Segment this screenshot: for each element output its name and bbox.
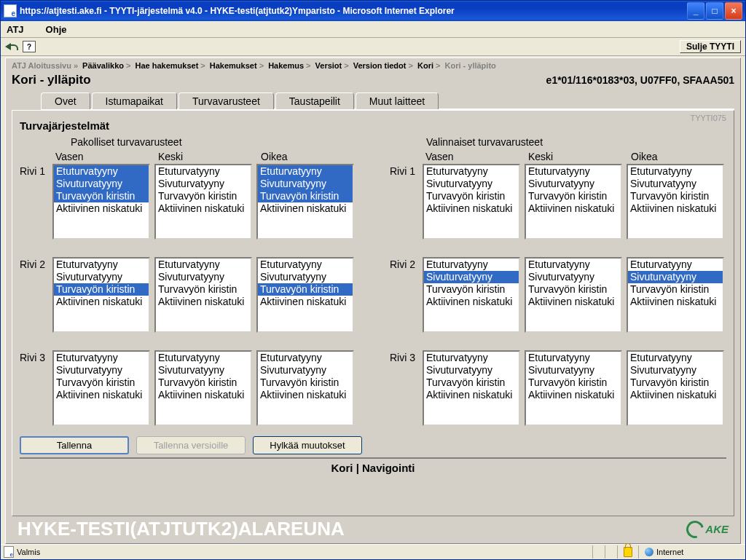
listbox-r2-vasen-mandatory[interactable]: Etuturvatyyny Sivuturvatyyny Turvavyön k…: [52, 257, 150, 333]
listbox-r2-oikea-optional[interactable]: Etuturvatyyny Sivuturvatyyny Turvavyön k…: [627, 257, 724, 333]
list-item[interactable]: Sivuturvatyyny: [628, 364, 723, 376]
list-item[interactable]: Sivuturvatyyny: [54, 364, 149, 376]
close-tyyti-button[interactable]: Sulje TYYTI: [680, 40, 741, 53]
list-item[interactable]: Etuturvatyyny: [424, 352, 519, 364]
list-item[interactable]: Turvavyön kiristin: [258, 283, 353, 296]
listbox-r1-oikea-optional[interactable]: Etuturvatyyny Sivuturvatyyny Turvavyön k…: [627, 164, 724, 240]
list-item[interactable]: Aktiivinen niskatuki: [258, 389, 353, 401]
listbox-r1-vasen-mandatory[interactable]: Etuturvatyyny Sivuturvatyyny Turvavyön k…: [52, 164, 150, 240]
list-item[interactable]: Etuturvatyyny: [424, 165, 519, 178]
list-item[interactable]: Sivuturvatyyny: [156, 364, 251, 376]
list-item[interactable]: Sivuturvatyyny: [526, 364, 621, 376]
list-item[interactable]: Etuturvatyyny: [628, 165, 723, 178]
listbox-r3-keski-mandatory[interactable]: Etuturvatyyny Sivuturvatyyny Turvavyön k…: [154, 350, 252, 426]
list-item[interactable]: Sivuturvatyyny: [424, 178, 519, 190]
list-item[interactable]: Turvavyön kiristin: [424, 283, 519, 296]
listbox-r3-vasen-optional[interactable]: Etuturvatyyny Sivuturvatyyny Turvavyön k…: [423, 350, 520, 426]
close-button[interactable]: ×: [725, 2, 742, 20]
menu-ohje[interactable]: Ohje: [46, 24, 67, 35]
menu-atj[interactable]: ATJ: [7, 24, 24, 35]
list-item[interactable]: Etuturvatyyny: [156, 352, 251, 364]
list-item[interactable]: Aktiivinen niskatuki: [54, 389, 149, 401]
list-item[interactable]: Aktiivinen niskatuki: [156, 202, 251, 215]
list-item[interactable]: Aktiivinen niskatuki: [258, 296, 353, 308]
list-item[interactable]: Turvavyön kiristin: [526, 190, 621, 202]
list-item[interactable]: Aktiivinen niskatuki: [54, 202, 149, 215]
listbox-r2-keski-optional[interactable]: Etuturvatyyny Sivuturvatyyny Turvavyön k…: [525, 257, 622, 333]
list-item[interactable]: Sivuturvatyyny: [526, 178, 621, 190]
tab-taustapeilit[interactable]: Taustapeilit: [275, 92, 354, 109]
list-item[interactable]: Sivuturvatyyny: [258, 271, 353, 283]
list-item[interactable]: Turvavyön kiristin: [258, 376, 353, 389]
list-item[interactable]: Aktiivinen niskatuki: [628, 202, 723, 215]
listbox-r1-vasen-optional[interactable]: Etuturvatyyny Sivuturvatyyny Turvavyön k…: [423, 164, 520, 240]
minimize-button[interactable]: _: [687, 2, 704, 20]
list-item[interactable]: Aktiivinen niskatuki: [258, 202, 353, 215]
list-item[interactable]: Etuturvatyyny: [526, 259, 621, 271]
listbox-r3-oikea-optional[interactable]: Etuturvatyyny Sivuturvatyyny Turvavyön k…: [627, 350, 724, 426]
list-item[interactable]: Turvavyön kiristin: [628, 376, 723, 389]
list-item[interactable]: Sivuturvatyyny: [628, 271, 723, 283]
list-item[interactable]: Aktiivinen niskatuki: [54, 296, 149, 308]
listbox-r3-oikea-mandatory[interactable]: Etuturvatyyny Sivuturvatyyny Turvavyön k…: [256, 350, 354, 426]
crumb[interactable]: Kori: [417, 61, 433, 70]
crumb[interactable]: Hae hakemukset: [135, 61, 198, 70]
list-item[interactable]: Turvavyön kiristin: [54, 283, 149, 296]
help-button[interactable]: ?: [23, 41, 36, 52]
listbox-r2-vasen-optional[interactable]: Etuturvatyyny Sivuturvatyyny Turvavyön k…: [423, 257, 520, 333]
list-item[interactable]: Etuturvatyyny: [628, 352, 723, 364]
list-item[interactable]: Turvavyön kiristin: [258, 190, 353, 202]
list-item[interactable]: Sivuturvatyyny: [424, 271, 519, 283]
list-item[interactable]: Aktiivinen niskatuki: [156, 389, 251, 401]
list-item[interactable]: Turvavyön kiristin: [156, 283, 251, 296]
list-item[interactable]: Aktiivinen niskatuki: [424, 202, 519, 215]
listbox-r1-keski-optional[interactable]: Etuturvatyyny Sivuturvatyyny Turvavyön k…: [525, 164, 622, 240]
nav-line[interactable]: Kori | Navigointi: [20, 459, 726, 477]
list-item[interactable]: Etuturvatyyny: [54, 259, 149, 271]
list-item[interactable]: Aktiivinen niskatuki: [424, 296, 519, 308]
listbox-r1-keski-mandatory[interactable]: Etuturvatyyny Sivuturvatyyny Turvavyön k…: [154, 164, 252, 240]
list-item[interactable]: Turvavyön kiristin: [526, 283, 621, 296]
list-item[interactable]: Turvavyön kiristin: [156, 376, 251, 389]
list-item[interactable]: Etuturvatyyny: [156, 259, 251, 271]
listbox-r2-oikea-mandatory[interactable]: Etuturvatyyny Sivuturvatyyny Turvavyön k…: [256, 257, 354, 333]
list-item[interactable]: Etuturvatyyny: [258, 165, 353, 178]
listbox-r3-vasen-mandatory[interactable]: Etuturvatyyny Sivuturvatyyny Turvavyön k…: [52, 350, 150, 426]
back-icon[interactable]: [5, 41, 18, 52]
crumb[interactable]: Versiot: [315, 61, 342, 70]
listbox-r2-keski-mandatory[interactable]: Etuturvatyyny Sivuturvatyyny Turvavyön k…: [154, 257, 252, 333]
list-item[interactable]: Aktiivinen niskatuki: [628, 296, 723, 308]
list-item[interactable]: Sivuturvatyyny: [258, 178, 353, 190]
list-item[interactable]: Aktiivinen niskatuki: [156, 296, 251, 308]
tab-turvavarusteet[interactable]: Turvavarusteet: [178, 92, 274, 109]
list-item[interactable]: Aktiivinen niskatuki: [526, 202, 621, 215]
crumb[interactable]: ATJ Aloitussivu: [12, 61, 71, 70]
listbox-r1-oikea-mandatory[interactable]: Etuturvatyyny Sivuturvatyyny Turvavyön k…: [256, 164, 354, 240]
list-item[interactable]: Turvavyön kiristin: [54, 376, 149, 389]
list-item[interactable]: Etuturvatyyny: [258, 259, 353, 271]
list-item[interactable]: Sivuturvatyyny: [54, 178, 149, 190]
list-item[interactable]: Etuturvatyyny: [54, 352, 149, 364]
list-item[interactable]: Sivuturvatyyny: [628, 178, 723, 190]
listbox-r3-keski-optional[interactable]: Etuturvatyyny Sivuturvatyyny Turvavyön k…: [525, 350, 622, 426]
crumb[interactable]: Version tiedot: [353, 61, 407, 70]
list-item[interactable]: Aktiivinen niskatuki: [526, 296, 621, 308]
tab-ovet[interactable]: Ovet: [41, 92, 90, 109]
list-item[interactable]: Etuturvatyyny: [526, 352, 621, 364]
crumb[interactable]: Hakemukset: [210, 61, 257, 70]
list-item[interactable]: Turvavyön kiristin: [424, 376, 519, 389]
list-item[interactable]: Sivuturvatyyny: [156, 271, 251, 283]
list-item[interactable]: Etuturvatyyny: [156, 165, 251, 178]
list-item[interactable]: Turvavyön kiristin: [526, 376, 621, 389]
list-item[interactable]: Turvavyön kiristin: [54, 190, 149, 202]
list-item[interactable]: Sivuturvatyyny: [258, 364, 353, 376]
list-item[interactable]: Sivuturvatyyny: [156, 178, 251, 190]
list-item[interactable]: Turvavyön kiristin: [628, 190, 723, 202]
list-item[interactable]: Sivuturvatyyny: [54, 271, 149, 283]
discard-button[interactable]: Hylkää muutokset: [253, 436, 362, 454]
list-item[interactable]: Etuturvatyyny: [628, 259, 723, 271]
tab-muut-laitteet[interactable]: Muut laitteet: [356, 92, 439, 109]
list-item[interactable]: Aktiivinen niskatuki: [628, 389, 723, 401]
maximize-button[interactable]: □: [706, 2, 723, 20]
list-item[interactable]: Aktiivinen niskatuki: [424, 389, 519, 401]
